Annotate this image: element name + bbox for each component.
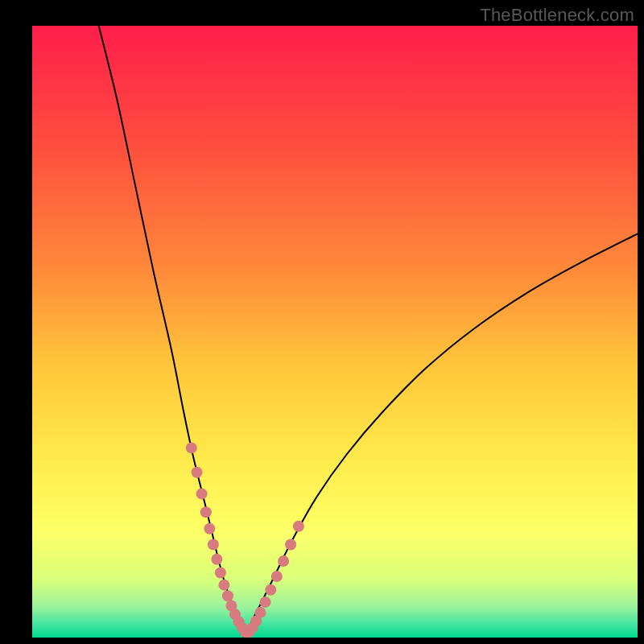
bead-point: [208, 539, 219, 550]
bead-point: [200, 506, 212, 518]
bead-point: [222, 590, 233, 601]
bead-point: [215, 567, 226, 578]
bead-point: [192, 467, 203, 478]
bead-point: [255, 607, 266, 618]
bead-point: [278, 555, 289, 567]
chart-stage: TheBottleneck.com: [0, 0, 644, 644]
bead-point: [211, 554, 222, 565]
bead-point: [196, 488, 208, 499]
bead-point: [204, 523, 215, 535]
bead-point: [260, 597, 271, 608]
gradient-background: [32, 26, 638, 638]
bead-point: [271, 571, 283, 582]
bead-point: [293, 521, 304, 532]
bead-point: [218, 580, 229, 591]
bead-point: [265, 584, 276, 596]
plot-svg: [32, 26, 638, 638]
bead-point: [285, 539, 296, 550]
plot-area: [32, 26, 638, 638]
bead-point: [186, 442, 197, 453]
watermark-text: TheBottleneck.com: [480, 5, 634, 26]
